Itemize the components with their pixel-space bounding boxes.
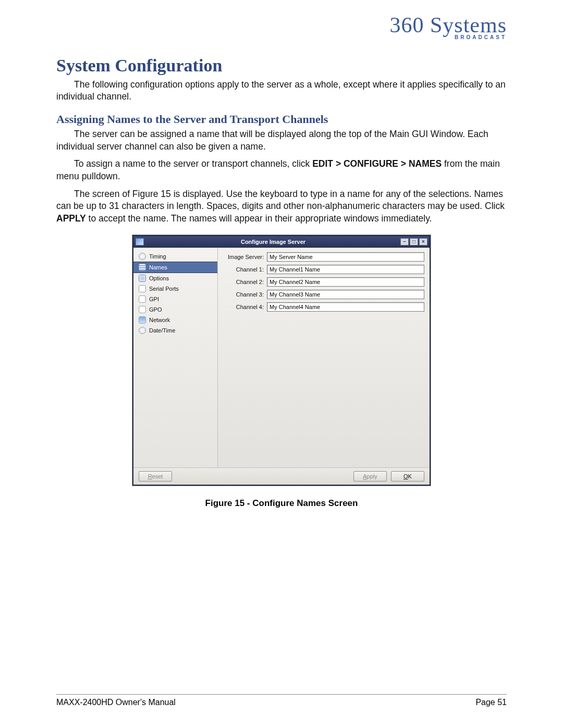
sidebar-item-serial-ports[interactable]: Serial Ports bbox=[133, 283, 217, 294]
sidebar-item-gpo[interactable]: GPO bbox=[133, 304, 217, 315]
reset-button[interactable]: Reset bbox=[139, 471, 172, 482]
dialog-titlebar: Configure Image Server – □ × bbox=[133, 236, 430, 248]
p4-c: to accept the name. The names will appea… bbox=[86, 213, 432, 224]
dialog-footer: Reset Apply OK bbox=[133, 467, 430, 485]
ok-rest: K bbox=[408, 473, 412, 479]
sidebar-item-datetime[interactable]: Date/Time bbox=[133, 325, 217, 336]
field-label: Channel 1: bbox=[223, 266, 264, 273]
field-row-channel2: Channel 2: bbox=[223, 277, 424, 287]
ok-mnemonic: O bbox=[403, 473, 408, 479]
sidebar-item-gpi[interactable]: GPI bbox=[133, 294, 217, 304]
footer-right: Page 51 bbox=[475, 698, 507, 707]
sidebar-label: Date/Time bbox=[149, 327, 175, 334]
calendar-icon bbox=[139, 327, 146, 334]
channel4-name-input[interactable] bbox=[267, 302, 424, 312]
dialog-sidebar: Timing Names Options Serial Ports GPI GP… bbox=[133, 248, 218, 467]
sidebar-label: Serial Ports bbox=[149, 286, 179, 292]
sidebar-label: Network bbox=[149, 317, 170, 323]
channel2-name-input[interactable] bbox=[267, 277, 424, 287]
footer-left: MAXX-2400HD Owner's Manual bbox=[56, 698, 176, 707]
field-label: Channel 4: bbox=[223, 304, 264, 310]
sidebar-label: Options bbox=[149, 275, 169, 281]
sidebar-label: Names bbox=[149, 264, 167, 270]
configure-names-dialog: Configure Image Server – □ × Timing Name… bbox=[132, 235, 431, 486]
port-icon bbox=[139, 295, 146, 303]
dialog-title: Configure Image Server bbox=[146, 239, 400, 245]
sidebar-item-network[interactable]: Network bbox=[133, 315, 217, 325]
intro-paragraph: The following configuration options appl… bbox=[56, 79, 507, 103]
section-p3: To assign a name to the server or transp… bbox=[56, 158, 507, 182]
gear-icon bbox=[139, 275, 146, 282]
close-button[interactable]: × bbox=[419, 238, 427, 245]
p3-bold: EDIT > CONFIGURE > NAMES bbox=[312, 158, 442, 169]
network-icon bbox=[139, 316, 146, 324]
page-title: System Configuration bbox=[56, 56, 507, 76]
system-menu-icon[interactable] bbox=[136, 238, 144, 245]
sidebar-item-timing[interactable]: Timing bbox=[133, 251, 217, 262]
field-row-channel3: Channel 3: bbox=[223, 290, 424, 299]
dialog-body: Timing Names Options Serial Ports GPI GP… bbox=[133, 248, 430, 467]
channel1-name-input[interactable] bbox=[267, 265, 424, 274]
ok-button[interactable]: OK bbox=[391, 471, 424, 482]
port-icon bbox=[139, 285, 146, 292]
brand-logo: 360 Systems BROADCAST bbox=[56, 16, 507, 43]
p4-bold: APPLY bbox=[56, 213, 86, 224]
sidebar-item-names[interactable]: Names bbox=[133, 262, 217, 273]
field-row-image-server: Image Server: bbox=[223, 252, 424, 262]
apply-rest: pply bbox=[367, 473, 377, 479]
minimize-button[interactable]: – bbox=[400, 238, 409, 245]
port-icon bbox=[139, 306, 146, 313]
section-heading-names: Assigning Names to the Server and Transp… bbox=[56, 113, 507, 126]
apply-button[interactable]: Apply bbox=[353, 471, 387, 482]
reset-rest: eset bbox=[152, 473, 163, 479]
sidebar-label: Timing bbox=[149, 253, 166, 260]
field-label: Channel 3: bbox=[223, 291, 264, 298]
clock-icon bbox=[139, 253, 146, 260]
apply-mnemonic: A bbox=[363, 473, 366, 479]
sidebar-item-options[interactable]: Options bbox=[133, 273, 217, 283]
field-label: Channel 2: bbox=[223, 279, 264, 285]
page-footer: MAXX-2400HD Owner's Manual Page 51 bbox=[56, 694, 507, 707]
image-server-name-input[interactable] bbox=[267, 252, 424, 262]
sidebar-label: GPI bbox=[149, 296, 159, 302]
field-row-channel4: Channel 4: bbox=[223, 302, 424, 312]
reset-mnemonic: R bbox=[148, 473, 152, 479]
logo-script: 360 Systems bbox=[389, 16, 507, 35]
section-p4: The screen of Figure 15 is displayed. Us… bbox=[56, 188, 507, 225]
field-row-channel1: Channel 1: bbox=[223, 265, 424, 274]
channel3-name-input[interactable] bbox=[267, 290, 424, 299]
p4-a: The screen of Figure 15 is displayed. Us… bbox=[56, 189, 505, 212]
p3-a: To assign a name to the server or transp… bbox=[74, 158, 312, 169]
maximize-button[interactable]: □ bbox=[410, 238, 418, 245]
list-icon bbox=[139, 264, 146, 271]
dialog-main-panel: Image Server: Channel 1: Channel 2: Chan… bbox=[218, 248, 430, 467]
figure-caption: Figure 15 - Configure Names Screen bbox=[56, 498, 507, 509]
section-p2: The server can be assigned a name that w… bbox=[56, 128, 507, 153]
field-label: Image Server: bbox=[223, 254, 264, 260]
sidebar-label: GPO bbox=[149, 306, 162, 313]
